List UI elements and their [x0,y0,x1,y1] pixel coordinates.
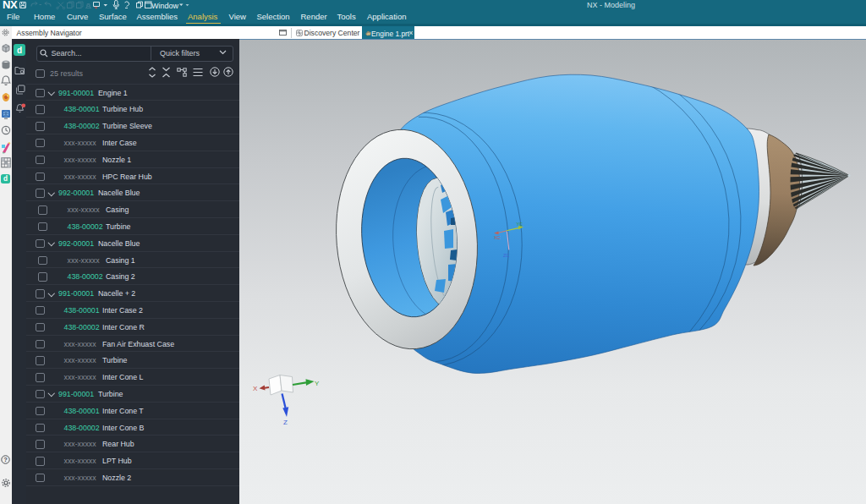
svg-text:YC: YC [517,222,523,227]
svg-text:d: d [3,175,8,183]
svg-text:d: d [16,46,21,55]
svg-text:?: ? [3,456,8,463]
svg-text:X: X [253,385,258,392]
svg-text:ZC: ZC [503,253,509,258]
svg-text:Z: Z [283,419,288,426]
svg-text:Y: Y [315,380,320,387]
svg-text:XC: XC [494,235,501,240]
